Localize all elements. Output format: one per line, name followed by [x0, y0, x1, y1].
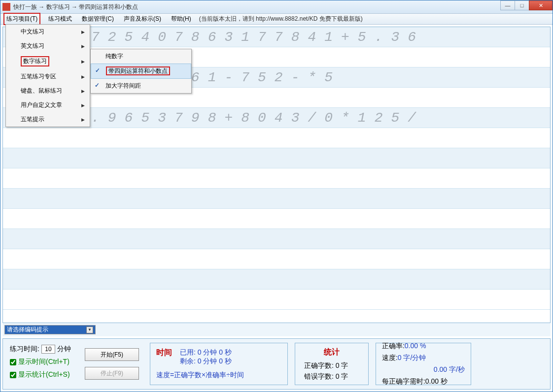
version-note: (当前版本太旧，请到 http://www.8882.net/KD 免费下载最新…: [199, 15, 363, 23]
correct-chars: 正确字数: 0 字: [301, 361, 362, 370]
settings-panel: 练习时间: 分钟 显示时间(Ctrl+T) 显示统计(Ctrl+S): [7, 343, 74, 385]
practice-time-input[interactable]: [41, 345, 55, 354]
chevron-right-icon: ▶: [81, 59, 85, 64]
speed-line-1: 速度:0 字/分钟: [382, 353, 465, 363]
practice-time-label: 练习时间:: [10, 345, 39, 354]
speed-formula: 速度=正确字数×准确率÷时间: [156, 371, 281, 380]
bottom-panel: 练习时间: 分钟 显示时间(Ctrl+T) 显示统计(Ctrl+S) 开始(F5…: [2, 338, 551, 390]
dropdown-item-custom[interactable]: 用户自定义文章▶: [6, 98, 90, 112]
dropdown-item-english[interactable]: 英文练习▶: [6, 39, 90, 53]
chevron-right-icon: ▶: [81, 117, 85, 122]
submenu-item-wide-spacing[interactable]: ✓加大字符间距: [91, 79, 191, 93]
menubar: 练习项目(T) 练习模式 数据管理(C) 声音及标示(S) 帮助(H) (当前版…: [0, 14, 553, 25]
submenu-item-pure-number[interactable]: 纯数字: [91, 49, 191, 64]
time-title: 时间: [156, 348, 172, 366]
menu-practice-mode[interactable]: 练习模式: [46, 14, 74, 24]
wrong-chars: 错误字数: 0 字: [301, 372, 362, 381]
check-icon: ✓: [95, 67, 100, 74]
input-line[interactable]: [3, 209, 550, 229]
submenu: 纯数字 ✓带四则运算符和小数点 ✓加大字符间距: [90, 49, 192, 94]
app-window: 快打一族 → 数字练习 → 带四则运算符和小数点 — □ ✕ 练习项目(T) 练…: [0, 0, 553, 392]
practice-line: [3, 229, 550, 249]
menu-data-mgmt[interactable]: 数据管理(C): [80, 14, 116, 24]
chevron-right-icon: ▶: [81, 89, 85, 94]
window-title: 快打一族 → 数字练习 → 带四则运算符和小数点: [13, 3, 138, 11]
time-left: 剩余: 0 分钟 0 秒: [180, 357, 232, 366]
menu-sound[interactable]: 声音及标示(S): [122, 14, 163, 24]
chevron-right-icon: ▶: [81, 30, 85, 34]
dropdown-item-keyboard[interactable]: 键盘、鼠标练习▶: [6, 84, 90, 98]
dropdown-item-chinese[interactable]: 中文练习▶: [6, 25, 90, 39]
submenu-item-arithmetic[interactable]: ✓带四则运算符和小数点: [91, 64, 191, 79]
stats-panel: 统计 正确字数: 0 字 错误字数: 0 字: [295, 343, 369, 385]
titlebar[interactable]: 快打一族 → 数字练习 → 带四则运算符和小数点 — □ ✕: [0, 0, 553, 14]
input-line[interactable]: [3, 290, 550, 310]
practice-line: [3, 189, 550, 209]
time-unit: 分钟: [57, 345, 71, 354]
close-button[interactable]: ✕: [529, 0, 553, 10]
accuracy-line: 正确率:0.00 %: [382, 341, 465, 351]
input-line[interactable]: [3, 168, 550, 189]
minimize-button[interactable]: —: [500, 0, 515, 10]
time-used: 已用: 0 分钟 0 秒: [180, 348, 232, 357]
stats-title: 统计: [301, 347, 362, 358]
check-icon: ✓: [95, 82, 100, 89]
show-stats-checkbox[interactable]: 显示统计(Ctrl+S): [10, 370, 71, 379]
time-panel: 时间 已用: 0 分钟 0 秒 剩余: 0 分钟 0 秒 速度=正确字数×准确率…: [150, 343, 288, 385]
chevron-down-icon[interactable]: ▼: [86, 327, 93, 333]
chevron-right-icon: ▶: [81, 44, 85, 49]
chevron-right-icon: ▶: [81, 74, 85, 79]
show-time-checkbox[interactable]: 显示时间(Ctrl+T): [10, 358, 71, 366]
input-line[interactable]: [3, 128, 550, 148]
practice-line: [3, 269, 550, 290]
rate-panel: 正确率:0.00 % 速度:0 字/分钟 0.00 字/秒 每正确字需时:0.0…: [376, 343, 471, 385]
menu-help[interactable]: 帮助(H): [169, 14, 193, 24]
speed-line-2: 0.00 字/秒: [382, 365, 465, 375]
encoding-select-row: 请选择编码提示 ▼: [2, 323, 551, 336]
input-line[interactable]: [3, 249, 550, 269]
control-buttons: 开始(F5) 停止(F9): [81, 343, 143, 385]
menu-practice-items[interactable]: 练习项目(T): [3, 13, 40, 25]
dropdown-item-wubi-hint[interactable]: 五笔提示▶: [6, 112, 90, 127]
app-icon: [2, 3, 10, 11]
start-button[interactable]: 开始(F5): [85, 348, 139, 361]
dropdown-item-wubi[interactable]: 五笔练习专区▶: [6, 69, 90, 84]
per-char-line: 每正确字需时:0.00 秒: [382, 377, 465, 387]
encoding-select[interactable]: 请选择编码提示 ▼: [4, 325, 96, 334]
maximize-button[interactable]: □: [515, 0, 529, 10]
stop-button: 停止(F9): [85, 367, 139, 380]
dropdown-item-number[interactable]: 数字练习▶: [6, 53, 90, 69]
dropdown-menu: 中文练习▶ 英文练习▶ 数字练习▶ 五笔练习专区▶ 键盘、鼠标练习▶ 用户自定义…: [5, 24, 90, 127]
practice-line: [3, 148, 550, 168]
chevron-right-icon: ▶: [81, 103, 85, 108]
